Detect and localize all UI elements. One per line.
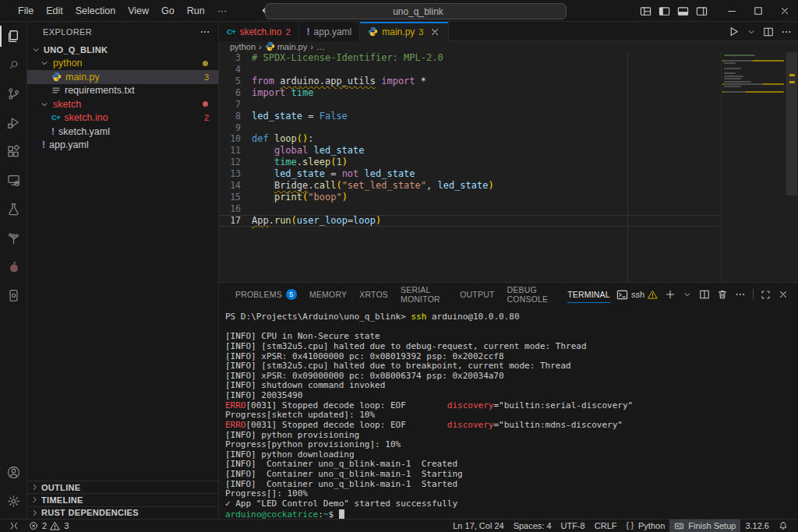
encoding[interactable]: UTF-8 bbox=[556, 520, 590, 532]
menu-file[interactable]: File bbox=[12, 3, 40, 19]
activity-bar-item-containers[interactable] bbox=[0, 281, 27, 310]
section-outline[interactable]: OUTLINE bbox=[27, 481, 218, 493]
section-rust-dependencies[interactable]: RUST DEPENDENCIES bbox=[27, 506, 218, 519]
breadcrumb[interactable]: python›main.py›… bbox=[219, 41, 798, 51]
indentation[interactable]: Spaces: 4 bbox=[509, 520, 556, 532]
tree-item-sketch-ino[interactable]: C+sketch.ino2 bbox=[27, 111, 218, 125]
tree-item-python[interactable]: python bbox=[27, 57, 218, 71]
code-line-17[interactable]: 17App.run(user_loop=loop) bbox=[219, 215, 721, 227]
panel-tab-output[interactable]: OUTPUT bbox=[454, 283, 500, 306]
tree-item-uno-q-blink[interactable]: UNO_Q_BLINK bbox=[27, 43, 218, 57]
breadcrumb-item-main-py[interactable]: main.py bbox=[265, 41, 308, 51]
explorer-title: EXPLORER bbox=[43, 27, 200, 37]
notifications-bell[interactable] bbox=[774, 520, 793, 532]
activity-bar-item-extensions[interactable] bbox=[0, 137, 27, 166]
activity-bar-item-settings[interactable] bbox=[0, 487, 27, 516]
kill-terminal-button[interactable] bbox=[717, 289, 728, 300]
new-terminal-button[interactable] bbox=[665, 289, 676, 300]
breadcrumb-item-[interactable]: … bbox=[316, 42, 325, 51]
code-line-4[interactable]: 4 bbox=[219, 64, 721, 76]
toggle-primary-sidebar-button[interactable] bbox=[659, 5, 670, 17]
activity-bar-item-extension-berry[interactable] bbox=[0, 252, 27, 281]
menu-selection[interactable]: Selection bbox=[69, 3, 122, 19]
code-line-13[interactable]: 13 led_state = not led_state bbox=[219, 168, 721, 180]
terminal-profile-ssh[interactable]: ssh bbox=[616, 289, 658, 301]
customize-layout-button[interactable] bbox=[640, 5, 651, 17]
menu-[interactable]: ··· bbox=[211, 3, 234, 19]
close-window-button[interactable] bbox=[772, 0, 798, 22]
tree-item-sketch[interactable]: sketch bbox=[27, 97, 218, 111]
code-line-6[interactable]: 6import time bbox=[219, 87, 721, 99]
panel-tab-problems[interactable]: PROBLEMS5 bbox=[229, 283, 303, 306]
activity-bar-item-testing[interactable] bbox=[0, 195, 27, 224]
chevron-right-icon bbox=[30, 509, 39, 517]
code-editor[interactable]: 3# SPDX-License-Identifier: MPL-2.045fro… bbox=[219, 51, 798, 282]
close-panel-button[interactable] bbox=[778, 289, 789, 300]
terminal[interactable]: PS D:\Projects\Arduino\uno_q_blink> ssh … bbox=[219, 306, 798, 519]
run-python-file-button[interactable] bbox=[728, 26, 740, 37]
toggle-secondary-sidebar-button[interactable] bbox=[696, 5, 708, 17]
menu-view[interactable]: View bbox=[122, 3, 155, 19]
code-line-16[interactable]: 16 bbox=[219, 203, 721, 215]
problems-status[interactable]: 23 bbox=[24, 520, 73, 532]
panel-tab-debug-console[interactable]: DEBUG CONSOLE bbox=[501, 283, 562, 306]
activity-bar-item-explorer[interactable] bbox=[0, 22, 27, 51]
split-editor-button[interactable] bbox=[763, 26, 774, 37]
activity-bar-item-arduino-tools[interactable] bbox=[0, 224, 27, 252]
minimap-code-line bbox=[724, 76, 743, 77]
remote-indicator[interactable] bbox=[5, 520, 24, 532]
activity-bar-item-run-and-debug[interactable] bbox=[0, 108, 27, 137]
breadcrumb-item-python[interactable]: python bbox=[230, 42, 256, 51]
menu-edit[interactable]: Edit bbox=[40, 3, 69, 19]
activity-bar-item-accounts[interactable] bbox=[0, 458, 27, 487]
tree-item-label: sketch.yaml bbox=[58, 126, 110, 137]
code-line-3[interactable]: 3# SPDX-License-Identifier: MPL-2.0 bbox=[219, 52, 721, 64]
tree-item-requirements-txt[interactable]: requirements.txt bbox=[27, 84, 218, 98]
maximize-button[interactable] bbox=[745, 0, 772, 22]
tab-close-icon[interactable] bbox=[429, 26, 440, 37]
section-timeline[interactable]: TIMELINE bbox=[27, 493, 218, 506]
cursor-position[interactable]: Ln 17, Col 24 bbox=[448, 520, 508, 532]
editor-more-actions-button[interactable] bbox=[781, 26, 792, 37]
panel-tab-terminal[interactable]: TERMINAL bbox=[561, 283, 616, 306]
panel-tab-xrtos[interactable]: XRTOS bbox=[353, 283, 394, 306]
panel-tab-serial-monitor[interactable]: SERIAL MONITOR bbox=[394, 283, 454, 306]
activity-bar-item-search[interactable] bbox=[0, 51, 27, 79]
split-terminal-button[interactable] bbox=[699, 289, 710, 300]
tree-item-label: app.yaml bbox=[49, 139, 89, 150]
code-line-8[interactable]: 8led_state = False bbox=[219, 111, 721, 122]
tab-app-yaml[interactable]: !app.yaml bbox=[299, 22, 361, 41]
tab-sketch-ino[interactable]: C+sketch.ino2 bbox=[219, 22, 299, 41]
minimap[interactable] bbox=[721, 51, 786, 282]
code-line-10[interactable]: 10def loop(): bbox=[219, 133, 721, 145]
menu-run[interactable]: Run bbox=[181, 3, 211, 19]
editor-scrollbar[interactable] bbox=[786, 51, 798, 282]
maximize-panel-button[interactable] bbox=[761, 290, 771, 300]
panel-more-actions-button[interactable] bbox=[735, 289, 746, 300]
code-line-7[interactable]: 7 bbox=[219, 99, 721, 111]
language-mode[interactable]: { }Python bbox=[621, 520, 669, 532]
code-line-12[interactable]: 12 time.sleep(1) bbox=[219, 157, 721, 168]
python-version[interactable]: 3.12.6 bbox=[740, 520, 774, 532]
code-line-5[interactable]: 5from arduino.app_utils import * bbox=[219, 76, 721, 87]
activity-bar-item-source-control[interactable] bbox=[0, 79, 27, 108]
tab-main-py[interactable]: main.py3 bbox=[360, 22, 449, 41]
explorer-more-actions-icon[interactable] bbox=[200, 26, 210, 37]
toggle-panel-button[interactable] bbox=[677, 5, 689, 17]
code-line-14[interactable]: 14 Bridge.call("set_led_state", led_stat… bbox=[219, 180, 721, 192]
tree-item-app-yaml[interactable]: !app.yaml bbox=[27, 139, 218, 153]
tree-item-main-py[interactable]: main.py3 bbox=[27, 70, 218, 84]
activity-bar-item-remote-explorer[interactable] bbox=[0, 166, 27, 195]
tree-item-sketch-yaml[interactable]: !sketch.yaml bbox=[27, 125, 218, 139]
terminal-profile-dropdown[interactable] bbox=[683, 290, 692, 299]
run-dropdown-button[interactable] bbox=[747, 27, 756, 37]
code-line-15[interactable]: 15 print("boop") bbox=[219, 192, 721, 203]
finish-setup-button[interactable]: Finish Setup bbox=[669, 520, 740, 532]
code-line-11[interactable]: 11 global led_state bbox=[219, 145, 721, 157]
code-line-9[interactable]: 9 bbox=[219, 122, 721, 134]
command-center-search[interactable]: uno_q_blink bbox=[265, 3, 567, 19]
minimize-button[interactable] bbox=[719, 0, 745, 22]
menu-go[interactable]: Go bbox=[155, 3, 181, 19]
panel-tab-memory[interactable]: MEMORY bbox=[303, 283, 353, 306]
end-of-line[interactable]: CRLF bbox=[590, 520, 622, 532]
